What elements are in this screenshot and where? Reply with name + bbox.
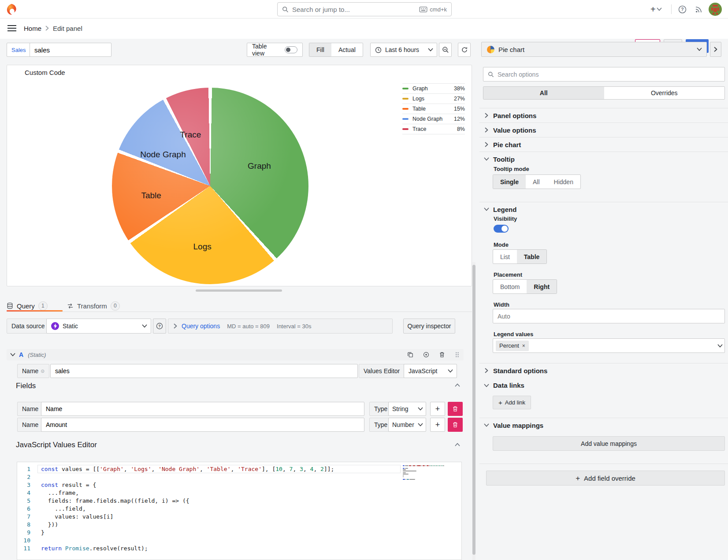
legend-placement-label: Placement	[494, 271, 522, 278]
search-input[interactable]	[292, 6, 416, 13]
legend-series-name: Graph	[412, 85, 452, 92]
field-name-input[interactable]	[41, 418, 364, 432]
disable-query-button[interactable]	[423, 352, 429, 358]
legend-value-tag[interactable]: Percent ×	[496, 341, 529, 351]
add-new-button[interactable]: +	[650, 4, 661, 15]
editor-minimap[interactable]	[403, 465, 445, 560]
values-editor-select[interactable]: JavaScript	[404, 364, 457, 378]
field-type-value: Number	[392, 421, 417, 428]
legend-width-input[interactable]	[493, 309, 725, 323]
add-field-override-button[interactable]: + Add field override	[486, 471, 725, 486]
field-name-input[interactable]	[41, 402, 364, 416]
section-tooltip[interactable]: Tooltip	[479, 152, 728, 166]
news-button[interactable]	[694, 5, 703, 14]
add-field-button[interactable]: +	[430, 418, 445, 432]
options-search[interactable]	[483, 67, 725, 82]
legend-row[interactable]: Node Graph 12%	[402, 114, 465, 124]
legend-series-color	[402, 98, 409, 100]
tooltip-mode-all[interactable]: All	[526, 175, 547, 189]
scrollbar-thumb[interactable]	[472, 265, 475, 555]
legend-placement-bottom[interactable]: Bottom	[493, 280, 527, 293]
chevron-up-icon	[456, 382, 459, 388]
section-panel-options[interactable]: Panel options	[479, 108, 728, 122]
plus-icon: +	[650, 5, 656, 14]
display-mode-fill[interactable]: Fill	[309, 43, 331, 56]
drag-query-handle[interactable]	[455, 352, 459, 358]
legend-visibility-toggle[interactable]	[494, 225, 509, 233]
datasource-picker[interactable]: Static	[46, 319, 151, 334]
chevron-down-icon	[143, 323, 146, 329]
field-name-label: Name	[17, 418, 43, 432]
options-search-input[interactable]	[498, 71, 720, 78]
add-link-button[interactable]: + Add link	[493, 396, 531, 409]
field-type-select[interactable]: Number	[388, 418, 426, 432]
remove-tag-icon[interactable]: ×	[522, 343, 525, 349]
time-range-picker[interactable]: Last 6 hours	[370, 43, 437, 57]
refresh-button[interactable]	[458, 43, 471, 57]
legend-mode-list[interactable]: List	[493, 250, 517, 263]
panel-preview-title: Custom Code	[25, 69, 65, 76]
legend-values-select[interactable]: Percent ×	[493, 338, 725, 353]
datasource-help-button[interactable]: ?	[153, 319, 166, 334]
menu-toggle[interactable]	[7, 25, 17, 32]
tab-transform[interactable]: Transform 0	[67, 300, 120, 312]
toggle-viz-suggestions-button[interactable]	[710, 42, 721, 57]
code-editor[interactable]: 1234567891011 const values = [['Graph', …	[17, 462, 462, 560]
legend-row[interactable]: Trace 8%	[402, 124, 465, 134]
collapse-query-icon[interactable]	[11, 352, 15, 357]
tab-overrides[interactable]: Overrides	[604, 87, 725, 99]
values-editor-value: JavaScript	[409, 367, 446, 375]
query-inspector-button[interactable]: Query inspector	[403, 319, 455, 334]
legend-placement-right[interactable]: Right	[527, 280, 557, 293]
panel-title-input[interactable]	[30, 43, 111, 57]
delete-query-button[interactable]	[439, 352, 445, 358]
delete-field-button[interactable]	[448, 402, 463, 416]
legend-mode-group: List Table	[493, 249, 547, 264]
pane-resize-handle[interactable]	[196, 289, 282, 292]
add-value-mappings-button[interactable]: Add value mappings	[493, 436, 725, 451]
query-row-header[interactable]: A (Static)	[7, 349, 464, 360]
add-field-button[interactable]: +	[430, 402, 445, 416]
section-value-options[interactable]: Value options	[479, 122, 728, 137]
visualization-picker[interactable]: Pie chart	[481, 42, 707, 57]
legend-mode-table[interactable]: Table	[517, 250, 547, 263]
breadcrumb-home[interactable]: Home	[24, 25, 41, 32]
collapse-editor-button[interactable]	[456, 442, 459, 447]
legend-row[interactable]: Graph 38%	[402, 84, 465, 94]
legend-values-label: Legend values	[494, 331, 533, 337]
chevron-down-icon	[485, 383, 488, 388]
query-options-bar[interactable]: Query options MD = auto = 809 Interval =…	[168, 319, 393, 334]
toggle-knob	[286, 48, 290, 52]
section-standard-options[interactable]: Standard options	[479, 363, 728, 378]
panel-tag[interactable]: Sales	[7, 43, 31, 57]
user-avatar[interactable]	[709, 3, 722, 16]
grafana-logo[interactable]	[5, 3, 18, 15]
field-type-select[interactable]: String	[388, 402, 426, 416]
datasource-label: Data source	[7, 319, 49, 334]
tooltip-mode-single[interactable]: Single	[493, 175, 526, 189]
chart-legend: Graph 38% Logs 27% Table 15% Node Graph …	[402, 83, 465, 134]
section-value-mappings[interactable]: Value mappings	[479, 418, 728, 432]
left-pane-scrollbar[interactable]	[472, 262, 475, 560]
zoom-out-button[interactable]	[439, 43, 452, 57]
code-line: }	[41, 529, 413, 537]
legend-row[interactable]: Logs 27%	[402, 94, 465, 104]
global-search[interactable]: cmd+k	[277, 2, 452, 16]
legend-row[interactable]: Table 15%	[402, 104, 465, 114]
query-ref-id[interactable]: A	[19, 351, 23, 358]
query-options-link[interactable]: Query options	[182, 323, 220, 330]
tab-all[interactable]: All	[483, 87, 604, 99]
section-data-links[interactable]: Data links	[479, 378, 728, 393]
chevron-down-icon	[429, 47, 432, 52]
duplicate-query-button[interactable]	[407, 352, 413, 358]
delete-field-button[interactable]	[448, 418, 463, 432]
section-pie-chart[interactable]: Pie chart	[479, 137, 728, 152]
query-name-input[interactable]	[50, 364, 358, 378]
help-button[interactable]: ?	[678, 5, 687, 14]
tooltip-mode-hidden[interactable]: Hidden	[547, 175, 580, 189]
display-mode-actual[interactable]: Actual	[331, 43, 363, 56]
section-legend[interactable]: Legend	[479, 202, 728, 216]
table-view-switch[interactable]: Table view	[247, 43, 303, 57]
collapse-fields-button[interactable]	[456, 382, 459, 388]
table-view-toggle[interactable]	[285, 46, 297, 53]
